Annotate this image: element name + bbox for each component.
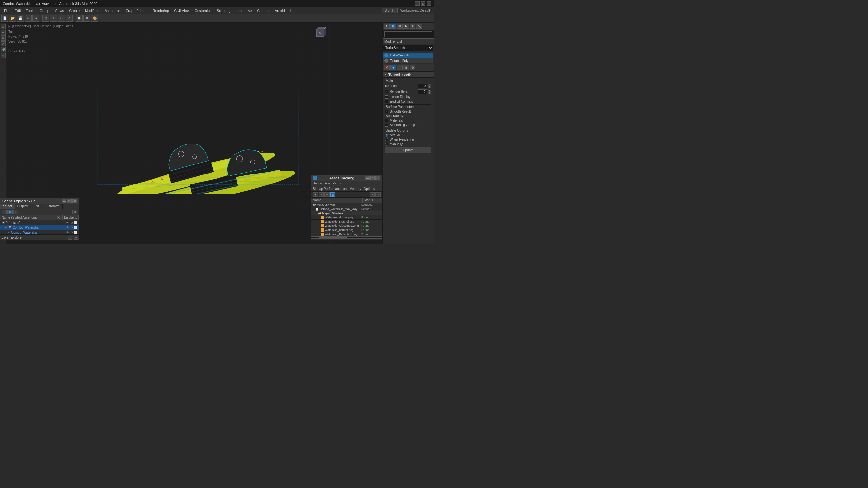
smoothing-groups-checkbox[interactable]	[385, 124, 388, 127]
at-btn-4[interactable]: ▦	[330, 192, 335, 197]
exp-row-2[interactable]: ◆ Combo_Waterskis 👁 ⚙ ⬜	[0, 230, 79, 235]
always-radio[interactable]	[385, 133, 388, 137]
materials-checkbox[interactable]	[385, 119, 388, 122]
smooth-result-checkbox[interactable]	[385, 110, 388, 113]
save-btn[interactable]: 💾	[17, 15, 24, 22]
editablepoly-modifier[interactable]: Editable Poly	[383, 58, 433, 63]
at-menu-paths[interactable]: Paths	[333, 182, 341, 185]
modify-panel-btn[interactable]: ▦	[390, 24, 396, 29]
menu-file[interactable]: File	[1, 8, 12, 13]
asset-tracking-header[interactable]: Asset Tracking — □ ✕	[311, 175, 382, 181]
sidebar-link-icon[interactable]: 🔗	[1, 47, 6, 52]
redo-btn[interactable]: ↪	[32, 15, 39, 22]
at-menu-file[interactable]: File	[325, 182, 330, 185]
utilities-panel-btn[interactable]: 🔧	[416, 24, 422, 29]
exp-btn-2[interactable]: ≡	[7, 210, 12, 214]
scene-explorer-max-btn[interactable]: □	[67, 199, 72, 203]
menu-tools[interactable]: Tools	[24, 8, 37, 13]
minimize-btn[interactable]: —	[415, 1, 420, 6]
update-button[interactable]: Update	[385, 147, 431, 153]
at-menu-options[interactable]: Options	[364, 187, 375, 191]
menu-modifiers[interactable]: Modifiers	[82, 8, 102, 13]
display-panel-btn[interactable]: 👁	[410, 24, 415, 29]
vis-icon-0[interactable]: 👁	[66, 221, 70, 225]
at-row-vault[interactable]: 🏦 Autodesk Vault Logged...	[311, 203, 382, 207]
when-rendering-radio[interactable]	[385, 138, 388, 141]
menu-help[interactable]: Help	[288, 8, 300, 13]
rotate-btn[interactable]: ↻	[58, 15, 65, 22]
exp-btn-add[interactable]: +	[13, 210, 19, 214]
menu-views[interactable]: Views	[52, 8, 66, 13]
scene-explorer-close-btn[interactable]: ✕	[72, 199, 77, 203]
scene-explorer-min-btn[interactable]: —	[62, 199, 66, 203]
tab-customize[interactable]: Customize	[42, 204, 63, 209]
modifier-dropdown[interactable]: TurboSmooth Edit Poly Bend Twist	[383, 45, 433, 51]
at-close-toolbar-btn[interactable]: ✕	[375, 192, 380, 197]
menu-rendering[interactable]: Rendering	[150, 8, 172, 13]
new-btn[interactable]: 📄	[1, 15, 8, 22]
at-row-reflection[interactable]: Waterskis_Reflection.png Found	[311, 232, 382, 236]
motion-panel-btn[interactable]: ▶	[403, 24, 409, 29]
manually-radio[interactable]	[385, 142, 388, 146]
render-iters-value[interactable]: 2	[418, 89, 427, 94]
at-row-glossiness[interactable]: Waterskis_Glossiness.png Found	[311, 224, 382, 228]
render-iters-checkbox[interactable]	[385, 90, 388, 93]
nav-cube[interactable]: Top	[312, 25, 328, 41]
exp-btn-settings[interactable]: ⚙	[72, 210, 78, 214]
at-max-btn[interactable]: □	[370, 176, 375, 180]
exp-row-0[interactable]: 🔲 0 (default) 👁 ⚙ ⬜	[0, 220, 79, 225]
select-btn[interactable]: ⊡	[42, 15, 50, 22]
menu-content[interactable]: Content	[254, 8, 272, 13]
sidebar-scale-icon[interactable]: ⤢	[1, 41, 6, 46]
at-menu-bitmap[interactable]: Bitmap Performance and Memory	[313, 187, 361, 191]
le-grid-btn[interactable]: ⊞	[73, 236, 78, 240]
isoline-checkbox[interactable]	[385, 95, 388, 99]
render-setup-btn[interactable]: ⚙	[83, 15, 90, 22]
menu-group[interactable]: Group	[37, 8, 52, 13]
hierarchy-panel-btn[interactable]: ⊞	[397, 24, 403, 29]
exp-btn-1[interactable]: ✕	[2, 210, 7, 214]
at-btn-2[interactable]: ≡	[319, 192, 324, 197]
menu-create[interactable]: Create	[66, 8, 82, 13]
gear-icon-0[interactable]: ⚙	[70, 221, 73, 225]
menu-scripting[interactable]: Scripting	[214, 8, 233, 13]
object-name-input[interactable]: Waterskis	[384, 31, 432, 37]
turbosmooth-section-header[interactable]: ▼ TurboSmooth	[382, 72, 434, 78]
at-btn-1[interactable]: ⊞	[313, 192, 318, 197]
menu-arnold[interactable]: Arnold	[272, 8, 288, 13]
exp-row-1[interactable]: ▶ 📦 Combo_Waterskis 👁 ⚙ ⬜	[0, 225, 79, 230]
display-icon-1[interactable]: ⬜	[73, 225, 78, 229]
menu-edit[interactable]: Edit	[12, 8, 24, 13]
at-row-maps[interactable]: 📁 Maps / Shaders	[311, 211, 382, 216]
menu-interactive[interactable]: Interactive	[233, 8, 255, 13]
material-editor-btn[interactable]: 🎨	[91, 15, 98, 22]
at-help-btn[interactable]: ?	[370, 192, 375, 197]
at-close-btn[interactable]: ✕	[375, 176, 380, 180]
render-iters-down[interactable]: ▼	[428, 92, 431, 94]
create-panel-btn[interactable]: ✦	[384, 24, 390, 29]
at-row-fresnel[interactable]: Waterskis_Fresnel.png Found	[311, 220, 382, 224]
undo-btn[interactable]: ↩	[25, 15, 32, 22]
menu-customize[interactable]: Customize	[192, 8, 214, 13]
close-btn[interactable]: ✕	[427, 1, 431, 6]
vis-icon-2[interactable]: 👁	[66, 230, 70, 234]
at-menu-server[interactable]: Server	[313, 182, 322, 185]
at-btn-3[interactable]: ≡	[324, 192, 330, 197]
sidebar-rotate-icon[interactable]: ↻	[1, 35, 6, 41]
menu-graph-editors[interactable]: Graph Editors	[123, 8, 150, 13]
gear-icon-2[interactable]: ⚙	[70, 230, 73, 234]
open-btn[interactable]: 📂	[9, 15, 16, 22]
configure-modifier-sets-btn[interactable]: ⚙	[410, 65, 415, 70]
render-btn[interactable]: 🔲	[75, 15, 83, 22]
sign-in-btn[interactable]: Sign In	[382, 8, 398, 13]
sidebar-move-icon[interactable]: ✛	[1, 30, 6, 35]
explicit-normals-checkbox[interactable]	[385, 100, 388, 103]
scene-explorer-header[interactable]: Scene Explorer - La... — □ ✕	[0, 198, 79, 204]
scale-btn[interactable]: ⤢	[65, 15, 73, 22]
tab-edit[interactable]: Edit	[31, 204, 42, 209]
tab-select[interactable]: Select	[0, 204, 15, 209]
show-cage-btn[interactable]: ◻	[397, 65, 403, 70]
vis-icon-1[interactable]: 👁	[66, 225, 70, 229]
show-result-btn[interactable]: ■	[390, 65, 396, 70]
delete-modifier-btn[interactable]: 🗑	[403, 65, 409, 70]
